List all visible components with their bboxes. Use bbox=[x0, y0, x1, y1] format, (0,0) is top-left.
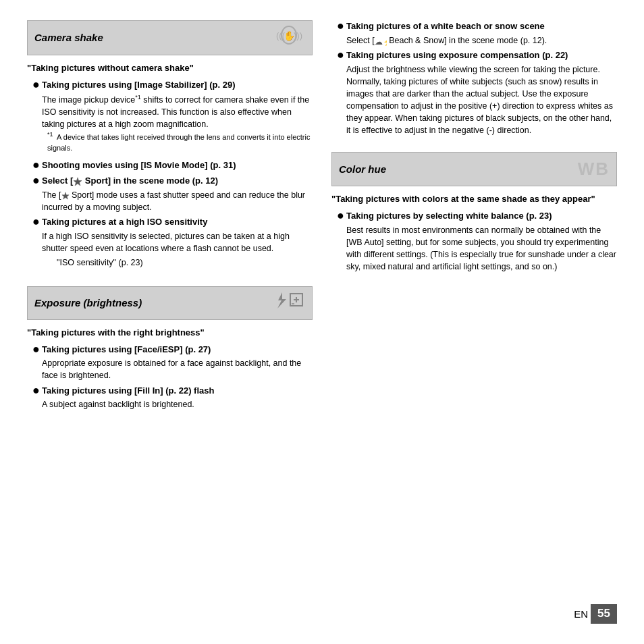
bullet-title-r1: Taking pictures of a white beach or snow… bbox=[346, 21, 545, 31]
footer-page: 55 bbox=[591, 604, 617, 624]
color-hue-header: Color hue WB bbox=[331, 152, 617, 187]
bullet-exposure-comp: ● Taking pictures using exposure compens… bbox=[337, 49, 617, 137]
svg-text:☁⚡: ☁⚡ bbox=[375, 36, 387, 46]
bullet-body-4: If a high ISO sensitivity is selected, p… bbox=[42, 230, 313, 254]
bullet-title-4: Taking pictures at a high ISO sensitivit… bbox=[42, 217, 207, 227]
bullet-body-1: The image pickup device*1 shifts to corr… bbox=[42, 93, 313, 131]
bullet-title-5: Taking pictures using [Face/iESP] (p. 27… bbox=[42, 344, 211, 354]
bullet-content-4: Taking pictures at a high ISO sensitivit… bbox=[42, 216, 313, 271]
bullet-title-r2: Taking pictures using exposure compensat… bbox=[346, 50, 568, 60]
bullet-content-3: Select [ Sport] in the scene mode (p. 12… bbox=[42, 175, 313, 213]
bullet-title-6: Taking pictures using [Fill In] (p. 22) … bbox=[42, 385, 214, 396]
bullet-body-r2: Adjust the brightness while viewing the … bbox=[346, 63, 617, 137]
bullet-body-5: Appropriate exposure is obtained for a f… bbox=[42, 357, 313, 381]
color-hue-intro: "Taking pictures with colors at the same… bbox=[331, 193, 617, 206]
bullet-face-iesp: ● Taking pictures using [Face/iESP] (p. … bbox=[32, 344, 313, 382]
bullet-content-5: Taking pictures using [Face/iESP] (p. 27… bbox=[42, 344, 313, 382]
bullet-dot-4: ● bbox=[32, 215, 42, 271]
color-hue-title: Color hue bbox=[339, 162, 386, 177]
columns: Camera shake ((( ))) ✋ "Taking pictures … bbox=[27, 20, 617, 597]
bullet-title-2: Shooting movies using [IS Movie Mode] (p… bbox=[42, 160, 236, 170]
camera-shake-title: Camera shake bbox=[34, 30, 103, 45]
svg-marker-4 bbox=[277, 292, 286, 308]
bullet-beach-snow: ● Taking pictures of a white beach or sn… bbox=[337, 20, 617, 47]
col-left: Camera shake ((( ))) ✋ "Taking pictures … bbox=[27, 20, 313, 597]
bullet-title-r3: Taking pictures by selecting white balan… bbox=[346, 211, 552, 221]
bullet-content-r1: Taking pictures of a white beach or snow… bbox=[346, 20, 617, 47]
bullet-content-r2: Taking pictures using exposure compensat… bbox=[346, 49, 617, 137]
bullet-content-1: Taking pictures using [Image Stabilizer]… bbox=[42, 79, 313, 157]
bullet-dot-5: ● bbox=[32, 342, 42, 382]
bullet-title-1: Taking pictures using [Image Stabilizer]… bbox=[42, 80, 236, 90]
exposure-section: Exposure (brightness) "Taking bbox=[27, 286, 313, 414]
bullet-content-6: Taking pictures using [Fill In] (p. 22) … bbox=[42, 385, 313, 411]
bullet-dot-1: ● bbox=[32, 78, 42, 157]
bullet-body-3: The [ Sport] mode uses a fast shutter sp… bbox=[42, 189, 313, 213]
exposure-icon bbox=[270, 291, 305, 315]
bullet-white-balance: ● Taking pictures by selecting white bal… bbox=[337, 210, 617, 273]
page-footer: EN 55 bbox=[27, 604, 617, 624]
bullet-body-6: A subject against backlight is brightene… bbox=[42, 398, 313, 410]
bullet-dot-6: ● bbox=[32, 383, 42, 411]
camera-shake-section: Camera shake ((( ))) ✋ "Taking pictures … bbox=[27, 20, 313, 274]
iso-extra: "ISO sensitivity" (p. 23) bbox=[57, 257, 313, 269]
bullet-image-stabilizer: ● Taking pictures using [Image Stabilize… bbox=[32, 79, 313, 157]
wb-icon: WB bbox=[578, 157, 610, 182]
bullet-title-3: Select [ Sport] in the scene mode (p. 12… bbox=[42, 176, 218, 186]
bullet-body-r1: Select [☁⚡ Beach & Snow] in the scene mo… bbox=[346, 34, 617, 47]
bullet-dot-r2: ● bbox=[337, 48, 346, 137]
bullet-sport-mode: ● Select [ Sport] in the scene mode (p. … bbox=[32, 175, 313, 213]
right-top-section: ● Taking pictures of a white beach or sn… bbox=[331, 20, 617, 140]
page: Camera shake ((( ))) ✋ "Taking pictures … bbox=[0, 0, 644, 644]
bullet-dot-r3: ● bbox=[337, 209, 346, 273]
svg-text:✋: ✋ bbox=[284, 30, 296, 42]
camera-shake-header: Camera shake ((( ))) ✋ bbox=[27, 20, 313, 55]
bullet-high-iso: ● Taking pictures at a high ISO sensitiv… bbox=[32, 216, 313, 271]
footnote-1: *1 A device that takes light received th… bbox=[47, 130, 313, 154]
bullet-content-2: Shooting movies using [IS Movie Mode] (p… bbox=[42, 159, 313, 173]
col-right: ● Taking pictures of a white beach or sn… bbox=[331, 20, 617, 597]
exposure-header: Exposure (brightness) bbox=[27, 286, 313, 320]
color-hue-section: Color hue WB "Taking pictures with color… bbox=[331, 152, 617, 276]
bullet-fill-in: ● Taking pictures using [Fill In] (p. 22… bbox=[32, 385, 313, 411]
bullet-content-r3: Taking pictures by selecting white balan… bbox=[346, 210, 617, 273]
exposure-intro: "Taking pictures with the right brightne… bbox=[27, 327, 313, 340]
bullet-is-movie: ● Shooting movies using [IS Movie Mode] … bbox=[32, 159, 313, 173]
exposure-title: Exposure (brightness) bbox=[34, 296, 142, 311]
bullet-body-r3: Best results in most environments can no… bbox=[346, 224, 617, 273]
camera-shake-icon: ((( ))) ✋ bbox=[273, 25, 305, 51]
bullet-dot-r1: ● bbox=[337, 19, 346, 47]
bullet-dot-2: ● bbox=[32, 158, 42, 173]
footer-lang: EN bbox=[574, 607, 588, 622]
bullet-dot-3: ● bbox=[32, 173, 42, 213]
camera-shake-intro: "Taking pictures without camera shake" bbox=[27, 62, 313, 75]
